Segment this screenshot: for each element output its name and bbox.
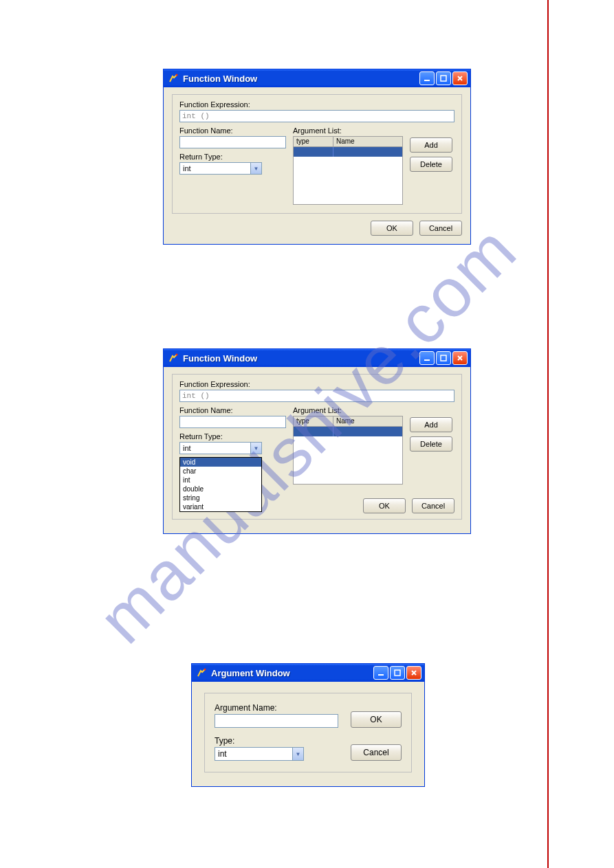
dropdown-option-void[interactable]: void xyxy=(180,458,261,467)
close-button[interactable] xyxy=(452,351,468,365)
app-icon xyxy=(168,73,179,84)
minimize-button[interactable] xyxy=(373,666,388,680)
svg-point-6 xyxy=(204,669,206,671)
func-name-label: Function Name: xyxy=(179,126,286,135)
dropdown-option-double[interactable]: double xyxy=(180,485,261,493)
dropdown-option-string[interactable]: string xyxy=(180,493,261,502)
grid-header-type[interactable]: type xyxy=(294,416,333,426)
titlebar-buttons xyxy=(419,351,468,365)
argument-list-label: Argument List: xyxy=(293,126,403,135)
ok-button[interactable]: OK xyxy=(363,498,406,513)
titlebar[interactable]: Function Window xyxy=(164,349,470,367)
add-button[interactable]: Add xyxy=(410,417,452,432)
return-type-value: int xyxy=(183,444,191,452)
func-name-input[interactable] xyxy=(179,136,286,148)
dropdown-option-variant[interactable]: variant xyxy=(180,502,261,511)
maximize-button[interactable] xyxy=(436,71,451,85)
table-row[interactable] xyxy=(294,147,402,157)
svg-point-3 xyxy=(176,354,178,356)
return-type-label: Return Type: xyxy=(179,432,286,441)
function-window-1: Function Window Function Expression: Fun… xyxy=(163,69,471,245)
type-label: Type: xyxy=(215,736,338,746)
func-expression-input xyxy=(179,110,454,122)
minimize-button[interactable] xyxy=(419,351,435,365)
delete-button[interactable]: Delete xyxy=(410,157,452,172)
svg-rect-2 xyxy=(441,76,446,81)
func-expression-label: Function Expression: xyxy=(179,100,454,109)
return-type-label: Return Type: xyxy=(179,153,286,161)
svg-rect-7 xyxy=(378,674,384,676)
titlebar[interactable]: Argument Window xyxy=(192,664,424,682)
chevron-down-icon: ▼ xyxy=(250,443,261,454)
svg-rect-5 xyxy=(441,355,446,361)
func-expression-label: Function Expression: xyxy=(179,380,454,388)
ok-button[interactable]: OK xyxy=(351,711,402,728)
svg-point-0 xyxy=(176,74,178,76)
return-type-dropdown[interactable]: void char int double string variant xyxy=(179,457,262,512)
dropdown-option-int[interactable]: int xyxy=(180,476,261,485)
titlebar-buttons xyxy=(419,71,468,85)
type-combo[interactable]: int ▼ xyxy=(215,747,304,761)
chevron-down-icon: ▼ xyxy=(250,163,261,174)
window-title: Function Window xyxy=(183,353,419,364)
func-name-label: Function Name: xyxy=(179,406,286,414)
cancel-button[interactable]: Cancel xyxy=(351,744,402,761)
maximize-button[interactable] xyxy=(436,351,451,365)
argument-grid[interactable]: type Name xyxy=(293,136,403,205)
table-row[interactable] xyxy=(294,427,402,436)
svg-rect-4 xyxy=(424,359,430,361)
close-button[interactable] xyxy=(406,666,421,680)
return-type-value: int xyxy=(183,164,191,173)
delete-button[interactable]: Delete xyxy=(410,436,452,452)
return-type-combo[interactable]: int ▼ xyxy=(179,442,262,454)
cancel-button[interactable]: Cancel xyxy=(412,498,454,513)
add-button[interactable]: Add xyxy=(410,137,452,153)
argument-name-label: Argument Name: xyxy=(215,703,338,713)
argument-window: Argument Window Argument Name: OK Type: … xyxy=(191,663,425,787)
maximize-button[interactable] xyxy=(390,666,405,680)
argument-grid[interactable]: type Name xyxy=(293,416,403,485)
close-button[interactable] xyxy=(452,71,468,85)
grid-header-type[interactable]: type xyxy=(294,137,333,146)
argument-list-label: Argument List: xyxy=(293,406,403,414)
app-icon xyxy=(168,353,179,364)
titlebar[interactable]: Function Window xyxy=(164,69,470,87)
page-right-border xyxy=(547,0,549,868)
app-icon xyxy=(196,667,207,678)
window-title: Function Window xyxy=(183,74,419,84)
return-type-combo[interactable]: int ▼ xyxy=(179,162,262,175)
chevron-down-icon: ▼ xyxy=(292,748,303,760)
func-name-input[interactable] xyxy=(179,416,286,428)
func-expression-input xyxy=(179,390,454,402)
window-title: Argument Window xyxy=(211,668,373,678)
type-value: int xyxy=(218,749,227,759)
argument-name-input[interactable] xyxy=(215,714,338,728)
dropdown-option-char[interactable]: char xyxy=(180,467,261,476)
titlebar-buttons xyxy=(373,666,421,680)
function-window-2: Function Window Function Expression: Fun… xyxy=(163,348,471,534)
grid-header-name[interactable]: Name xyxy=(333,137,402,146)
svg-rect-1 xyxy=(424,80,430,81)
grid-header-name[interactable]: Name xyxy=(333,416,402,426)
ok-button[interactable]: OK xyxy=(371,221,413,236)
cancel-button[interactable]: Cancel xyxy=(419,221,462,236)
svg-rect-8 xyxy=(395,670,400,676)
minimize-button[interactable] xyxy=(419,71,435,85)
